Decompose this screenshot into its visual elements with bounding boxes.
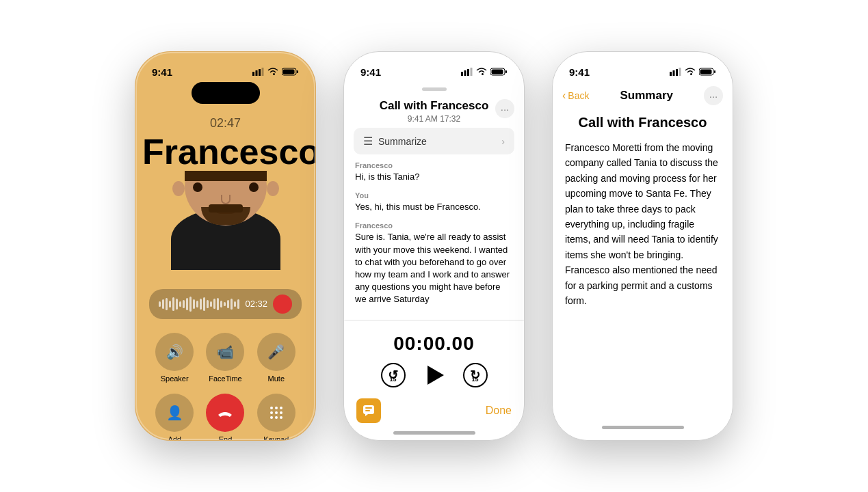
message-0: Francesco Hi, is this Tania? [355,161,513,183]
svg-rect-25 [365,410,370,411]
memoji [150,171,301,284]
waveform-time: 02:32 [245,299,267,309]
svg-point-14 [275,416,278,419]
summary-call-title: Call with Francesco [565,115,720,131]
svg-point-15 [280,416,282,419]
facetime-button[interactable]: 📹 FaceTime [205,333,245,383]
waveform-bar: 02:32 [149,289,302,319]
summarize-left: ☰ Summarize [363,135,427,148]
summarize-row[interactable]: ☰ Summarize › [354,128,514,154]
svg-rect-0 [252,72,254,76]
status-icons-1 [252,68,299,76]
svg-rect-6 [283,70,295,74]
back-chevron-icon: ‹ [562,90,566,102]
mute-button[interactable]: 🎤 Mute [257,333,296,383]
status-time-1: 9:41 [152,66,172,78]
skip-back-button[interactable]: ↺ 15 [381,363,406,387]
message-2: Francesco Sure is. Tania, we're all read… [355,221,513,305]
add-button[interactable]: 👤 Add [155,394,194,441]
skip-forward-button[interactable]: ↻ 15 [463,363,488,387]
wifi-icon [267,68,278,76]
svg-rect-29 [679,68,681,76]
msg-speaker-2: Francesco [355,221,513,230]
status-time-2: 9:41 [360,66,381,78]
status-time-3: 9:41 [569,66,590,78]
waveform-visual [159,296,239,312]
done-button[interactable]: Done [486,405,512,417]
playback-section: 00:00.00 ↺ 15 ↻ 15 [344,326,524,393]
status-bar-2: 9:41 [344,52,524,82]
play-button[interactable] [421,361,448,389]
svg-point-8 [275,407,278,409]
memoji-area [135,171,315,284]
summary-content: Call with Francesco Francesco Moretti fr… [553,105,733,318]
svg-rect-23 [363,405,374,414]
message-1: You Yes, hi, this must be Francesco. [355,191,513,213]
transcript-app-icon[interactable] [356,398,381,423]
svg-point-9 [280,407,282,409]
svg-rect-3 [262,68,264,76]
msg-speaker-0: Francesco [355,161,513,169]
svg-rect-1 [256,70,258,76]
playback-controls: ↺ 15 ↻ 15 [358,361,510,389]
speaker-button[interactable]: 🔊 Speaker [155,333,194,383]
battery-icon [282,68,299,76]
more-options-button[interactable]: ··· [495,99,514,118]
caller-name: Francesco [135,133,315,171]
svg-point-10 [270,411,273,414]
svg-point-12 [280,411,282,414]
summary-more-button[interactable]: ··· [704,86,723,105]
svg-rect-17 [464,70,466,76]
svg-rect-22 [492,70,503,74]
play-icon [428,366,444,385]
summary-text: Francesco Moretti from the moving compan… [565,140,720,308]
wifi-icon-3 [685,68,696,76]
svg-rect-5 [297,70,298,73]
msg-speaker-1: You [355,191,513,200]
status-icons-2 [461,68,508,76]
signal-icon-2 [461,68,473,76]
svg-rect-32 [700,70,712,74]
status-bar-3: 9:41 [553,52,733,82]
back-label: Back [568,90,589,101]
status-icons-3 [670,68,716,76]
svg-point-13 [270,416,273,419]
svg-rect-19 [471,68,473,76]
end-call-icon [216,404,234,422]
svg-rect-18 [467,69,469,76]
record-button[interactable] [273,295,292,314]
call-buttons-grid: 🔊 Speaker 📹 FaceTime 🎤 Mute 👤 Add [135,325,315,441]
transcript-header: Call with Francesco 9:41 AM 17:32 ··· [344,94,524,128]
back-button[interactable]: ‹ Back [562,90,589,102]
divider [344,320,524,320]
battery-icon-2 [490,68,508,76]
svg-rect-26 [670,72,672,76]
phone-1-active-call: 9:41 02:47 Francesco [135,51,316,441]
signal-icon [252,68,264,76]
summary-nav-title: Summary [620,89,672,102]
transcript-footer: Done [344,393,524,426]
msg-text-1: Yes, hi, this must be Francesco. [355,201,513,213]
transcript-subtitle: 9:41 AM 17:32 [358,114,510,124]
home-bar-2 [393,431,475,435]
svg-rect-31 [714,70,715,73]
signal-icon-3 [670,68,681,76]
wifi-icon-2 [476,68,487,76]
keypad-button[interactable]: Keypad [257,394,296,441]
summarize-icon: ☰ [363,135,373,148]
battery-icon-3 [699,68,716,76]
svg-rect-28 [676,69,678,76]
svg-point-7 [270,407,273,409]
summarize-label: Summarize [378,136,427,147]
svg-rect-24 [365,407,372,409]
call-info: 02:47 [135,111,315,133]
svg-rect-21 [505,70,507,73]
svg-rect-2 [259,69,261,76]
msg-text-2: Sure is. Tania, we're all ready to assis… [355,231,513,305]
playback-time: 00:00.00 [358,333,510,355]
chat-icon [362,404,376,418]
status-bar-1: 9:41 [135,52,315,82]
phone-2-transcript: 9:41 Call with Francesco 9:41 AM [343,51,525,441]
summary-nav: ‹ Back Summary ··· [553,82,733,105]
end-button[interactable]: End [205,394,245,441]
